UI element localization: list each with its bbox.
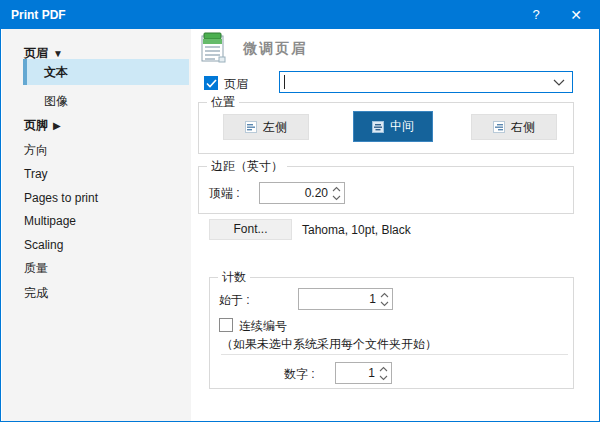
number-spinner[interactable]: 1 bbox=[335, 362, 392, 384]
align-right-icon bbox=[493, 121, 505, 133]
font-button[interactable]: Font... bbox=[209, 219, 292, 240]
sidebar-item-label: 图像 bbox=[44, 89, 68, 113]
chevron-down-icon: ▼ bbox=[53, 48, 63, 59]
spinner-arrows-icon[interactable] bbox=[379, 366, 388, 381]
sidebar-item-label: Pages to print bbox=[24, 186, 98, 210]
titlebar: Print PDF ? ✕ bbox=[1, 1, 599, 29]
start-at-label: 始于 : bbox=[219, 292, 250, 309]
sidebar-item-image[interactable]: 图像 bbox=[2, 89, 191, 113]
count-group-divider bbox=[221, 354, 568, 355]
top-margin-label: 顶端 : bbox=[209, 185, 240, 202]
position-group-legend: 位置 bbox=[207, 95, 239, 109]
sidebar-item-orientation[interactable]: 方向 bbox=[2, 138, 191, 162]
sidebar-item-footer[interactable]: 页脚▶ bbox=[2, 113, 191, 137]
sidebar-item-label: 方向 bbox=[24, 138, 48, 162]
sidebar-item-label: 完成 bbox=[24, 281, 48, 305]
sidebar: 页眉▼ 文本 图像 页脚▶ 方向 Tray Pages to print Mul… bbox=[2, 29, 191, 422]
sidebar-item-multipage[interactable]: Multipage bbox=[2, 209, 191, 233]
align-center-label: 中间 bbox=[390, 118, 414, 135]
sidebar-item-tray[interactable]: Tray bbox=[2, 162, 191, 186]
header-page-icon bbox=[199, 31, 229, 66]
font-summary: Tahoma, 10pt, Black bbox=[302, 223, 411, 237]
sidebar-item-label: 质量 bbox=[24, 256, 48, 280]
page-title: 微调页眉 bbox=[243, 40, 307, 58]
sidebar-item-finish[interactable]: 完成 bbox=[2, 281, 191, 305]
continuous-numbering-checkbox[interactable] bbox=[219, 318, 233, 332]
spinner-arrows-icon[interactable] bbox=[332, 186, 341, 201]
header-text-combobox[interactable] bbox=[279, 71, 573, 93]
margin-group-legend: 边距（英寸） bbox=[207, 159, 287, 173]
sidebar-item-label: Scaling bbox=[24, 233, 63, 257]
selection-accent-bar bbox=[23, 59, 27, 85]
sidebar-item-label: 页脚 bbox=[24, 118, 48, 132]
align-right-label: 右侧 bbox=[511, 119, 535, 136]
top-margin-value: 0.20 bbox=[305, 183, 328, 203]
check-icon bbox=[206, 79, 217, 88]
sidebar-item-quality[interactable]: 质量 bbox=[2, 256, 191, 280]
sidebar-item-text[interactable]: 文本 bbox=[23, 59, 189, 85]
sidebar-item-label: 文本 bbox=[44, 59, 68, 85]
continuous-numbering-label: 连续编号 bbox=[239, 318, 287, 335]
chevron-right-icon: ▶ bbox=[53, 120, 61, 131]
align-center-icon bbox=[372, 121, 384, 133]
sidebar-item-label: Multipage bbox=[24, 209, 76, 233]
sidebar-item-scaling[interactable]: Scaling bbox=[2, 233, 191, 257]
position-group: 位置 左侧 中间 右侧 bbox=[198, 102, 574, 154]
number-label: 数字 : bbox=[284, 366, 315, 383]
spinner-arrows-icon[interactable] bbox=[380, 292, 389, 307]
sidebar-item-pages-to-print[interactable]: Pages to print bbox=[2, 186, 191, 210]
header-checkbox[interactable] bbox=[204, 76, 218, 90]
sidebar-item-label: Tray bbox=[24, 162, 48, 186]
start-at-spinner[interactable]: 1 bbox=[298, 288, 393, 310]
top-margin-spinner[interactable]: 0.20 bbox=[259, 182, 345, 204]
continuous-numbering-note: （如果未选中系统采用每个文件夹开始） bbox=[221, 336, 437, 353]
align-right-button[interactable]: 右侧 bbox=[471, 114, 557, 140]
align-left-icon bbox=[245, 121, 257, 133]
help-button[interactable]: ? bbox=[519, 1, 553, 29]
header-checkbox-label: 页眉 bbox=[224, 76, 248, 93]
text-caret bbox=[284, 75, 285, 89]
align-left-button[interactable]: 左侧 bbox=[223, 114, 309, 140]
print-pdf-dialog: Print PDF ? ✕ 页眉▼ 文本 图像 页脚▶ 方向 Tray Page… bbox=[0, 0, 600, 422]
close-button[interactable]: ✕ bbox=[559, 1, 593, 29]
window-title: Print PDF bbox=[11, 1, 66, 29]
count-group-legend: 计数 bbox=[218, 270, 250, 284]
number-value: 1 bbox=[368, 363, 375, 383]
align-center-button[interactable]: 中间 bbox=[353, 111, 433, 142]
sidebar-item-label: 页眉 bbox=[24, 46, 48, 60]
start-at-value: 1 bbox=[369, 289, 376, 309]
chevron-down-icon bbox=[553, 79, 565, 87]
align-left-label: 左侧 bbox=[263, 119, 287, 136]
margin-group: 边距（英寸） 顶端 : 0.20 bbox=[198, 166, 574, 214]
